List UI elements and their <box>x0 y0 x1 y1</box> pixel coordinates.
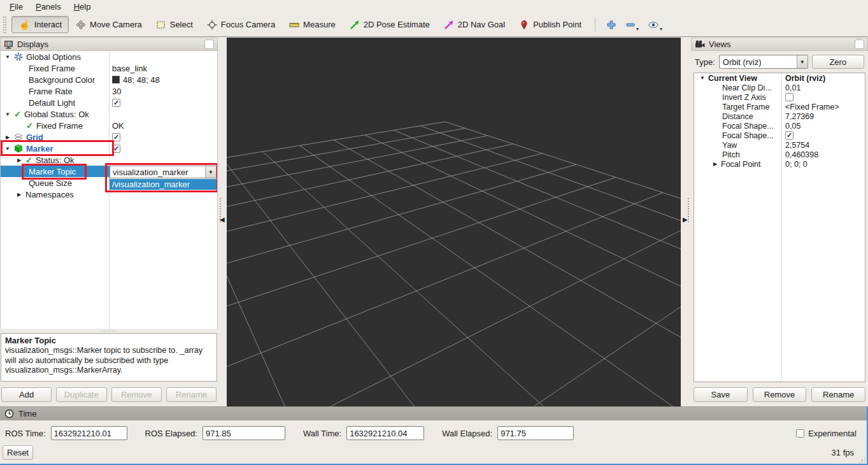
status-ok-icon: ✓ <box>14 110 21 119</box>
tool-label: 2D Pose Estimate <box>364 20 430 29</box>
view-row-focal-point[interactable]: ▶Focal Point 0; 0; 0 <box>694 159 865 169</box>
display-row-marker-status[interactable]: ▶ ✓ Status: Ok <box>1 154 217 166</box>
marker-topic-combobox[interactable]: visualization_marker ▼ <box>110 166 217 178</box>
status-ok-icon: ✓ <box>26 121 33 131</box>
view-row-distance[interactable]: Distance 7,27369 <box>694 111 865 121</box>
display-row-default-light[interactable]: Default Light ✓ <box>1 97 217 108</box>
display-row-background-color[interactable]: Background Color 48; 48; 48 <box>1 74 217 85</box>
plus-icon <box>606 20 616 30</box>
experimental-checkbox[interactable] <box>796 429 804 438</box>
display-row-namespaces[interactable]: ▶ Namespaces <box>1 189 217 200</box>
rename-button: Rename <box>166 387 217 402</box>
distance-value[interactable]: 7,27369 <box>785 112 814 121</box>
splitter-handle-dots <box>688 198 689 222</box>
combo-dropdown-button[interactable]: ▼ <box>797 55 808 68</box>
wall-time-input[interactable] <box>346 426 424 440</box>
default-light-checkbox[interactable]: ✓ <box>112 99 120 107</box>
expanded-arrow-icon[interactable]: ▼ <box>4 111 11 117</box>
time-fields: ROS Time: ROS Elapsed: Wall Time: Wall E… <box>0 420 867 440</box>
right-panel-splitter[interactable]: ▶ <box>681 38 691 406</box>
ros-elapsed-input[interactable] <box>203 426 285 440</box>
collapse-left-arrow-icon[interactable]: ◀ <box>220 216 225 223</box>
tool-label: Move Camera <box>90 20 142 29</box>
main-area: Displays ▼ Global Options Fixed Frame ba… <box>0 38 868 406</box>
chevron-down-icon: ▼ <box>208 169 213 175</box>
grid-enabled-checkbox[interactable]: ✓ <box>112 133 120 141</box>
measure-tool-button[interactable]: Measure <box>282 16 343 34</box>
remove-view-button[interactable]: Remove <box>753 387 807 402</box>
menu-file[interactable]: File <box>4 1 29 12</box>
marker-topic-value: visualization_marker <box>110 168 205 177</box>
collapsed-arrow-icon[interactable]: ▶ <box>712 161 718 167</box>
view-row-focal-shape-size[interactable]: Focal Shape... 0,05 <box>694 121 865 131</box>
target-frame-value[interactable]: <Fixed Frame> <box>785 103 839 111</box>
toolbar-drag-handle[interactable] <box>3 17 6 33</box>
pitch-value[interactable]: 0,460398 <box>785 150 818 159</box>
view-row-invert-z[interactable]: Invert Z Axis <box>694 92 865 102</box>
pose-estimate-tool-button[interactable]: 2D Pose Estimate <box>343 16 437 34</box>
focus-camera-tool-button[interactable]: Focus Camera <box>200 16 282 34</box>
views-float-button[interactable] <box>855 39 864 49</box>
select-tool-button[interactable]: Select <box>149 16 200 34</box>
publish-point-tool-button[interactable]: Publish Point <box>512 16 588 34</box>
focal-shape-size-value[interactable]: 0,05 <box>785 122 800 131</box>
display-row-fixed-frame-status[interactable]: ✓ Fixed Frame OK <box>1 120 217 131</box>
displays-float-button[interactable] <box>204 39 214 49</box>
marker-topic-dropdown-option[interactable]: /visualization_marker <box>110 179 217 190</box>
view-row-pitch[interactable]: Pitch 0,460398 <box>694 150 865 159</box>
view-row-yaw[interactable]: Yaw 2,5754 <box>694 140 865 150</box>
collapsed-arrow-icon[interactable]: ▶ <box>16 157 22 163</box>
expanded-arrow-icon[interactable]: ▼ <box>699 75 706 81</box>
display-row-global-status[interactable]: ▼ ✓ Global Status: Ok <box>1 108 217 120</box>
focal-point-value[interactable]: 0; 0; 0 <box>785 160 808 169</box>
view-row-focal-shape-fixed[interactable]: Focal Shape... ✓ <box>694 131 865 140</box>
view-row-target-frame[interactable]: Target Frame <Fixed Frame> <box>694 102 865 111</box>
display-row-global-options[interactable]: ▼ Global Options <box>1 51 217 62</box>
rename-view-button[interactable]: Rename <box>811 387 865 402</box>
view-type-combobox[interactable]: Orbit (rviz) ▼ <box>719 55 808 69</box>
visibility-button[interactable]: ▾ <box>643 17 667 32</box>
ros-time-input[interactable] <box>51 426 127 440</box>
reset-button[interactable]: Reset <box>3 445 33 460</box>
fixed-frame-value[interactable]: base_link <box>112 64 147 73</box>
zero-button[interactable]: Zero <box>812 55 864 69</box>
interact-tool-button[interactable]: ☝ Interact <box>11 16 69 33</box>
marker-enabled-checkbox[interactable]: ✓ <box>112 145 120 153</box>
collapsed-arrow-icon[interactable]: ▶ <box>4 134 11 140</box>
move-camera-tool-button[interactable]: Move Camera <box>69 16 149 34</box>
display-row-frame-rate[interactable]: Frame Rate 30 <box>1 85 217 97</box>
left-panel-splitter[interactable]: ◀ <box>218 38 227 406</box>
3d-viewport[interactable] <box>227 38 681 406</box>
menu-panels[interactable]: Panels <box>30 1 67 12</box>
ground-grid <box>227 38 681 406</box>
add-button[interactable]: Add <box>1 387 52 402</box>
frame-rate-value[interactable]: 30 <box>112 87 121 96</box>
zoom-in-button[interactable] <box>602 17 621 32</box>
expanded-arrow-icon[interactable]: ▼ <box>4 146 11 152</box>
dropdown-caret-icon: ▾ <box>660 26 662 32</box>
collapse-right-arrow-icon[interactable]: ▶ <box>683 216 688 223</box>
combo-dropdown-button[interactable]: ▼ <box>205 166 216 178</box>
yaw-value[interactable]: 2,5754 <box>785 141 809 150</box>
invert-z-checkbox[interactable] <box>785 93 793 101</box>
zoom-out-button[interactable]: ▾ <box>621 17 643 32</box>
display-row-marker[interactable]: ▼ Marker ✓ <box>1 143 217 154</box>
focal-shape-checkbox[interactable]: ✓ <box>785 131 793 140</box>
wall-elapsed-input[interactable] <box>497 426 574 440</box>
view-row-near-clip[interactable]: Near Clip Di... 0,01 <box>694 83 865 92</box>
magenta-arrow-icon <box>444 20 454 30</box>
display-row-grid[interactable]: ▶ Grid ✓ <box>1 131 217 143</box>
tool-label: Interact <box>34 20 62 29</box>
expanded-arrow-icon[interactable]: ▼ <box>4 54 11 60</box>
views-buttons: Save Remove Rename <box>691 382 868 402</box>
menu-help[interactable]: Help <box>68 1 97 12</box>
near-clip-value[interactable]: 0,01 <box>785 83 800 92</box>
display-row-fixed-frame[interactable]: Fixed Frame base_link <box>1 62 217 74</box>
save-view-button[interactable]: Save <box>694 387 748 402</box>
description-splitter-handle[interactable]: ······ <box>0 329 218 333</box>
view-row-current-view[interactable]: ▼Current View Orbit (rviz) <box>694 73 865 83</box>
collapsed-arrow-icon[interactable]: ▶ <box>16 192 22 197</box>
nav-goal-tool-button[interactable]: 2D Nav Goal <box>437 16 512 34</box>
background-color-value[interactable]: 48; 48; 48 <box>123 75 160 85</box>
view-type-row: Type: Orbit (rviz) ▼ Zero <box>691 51 868 73</box>
